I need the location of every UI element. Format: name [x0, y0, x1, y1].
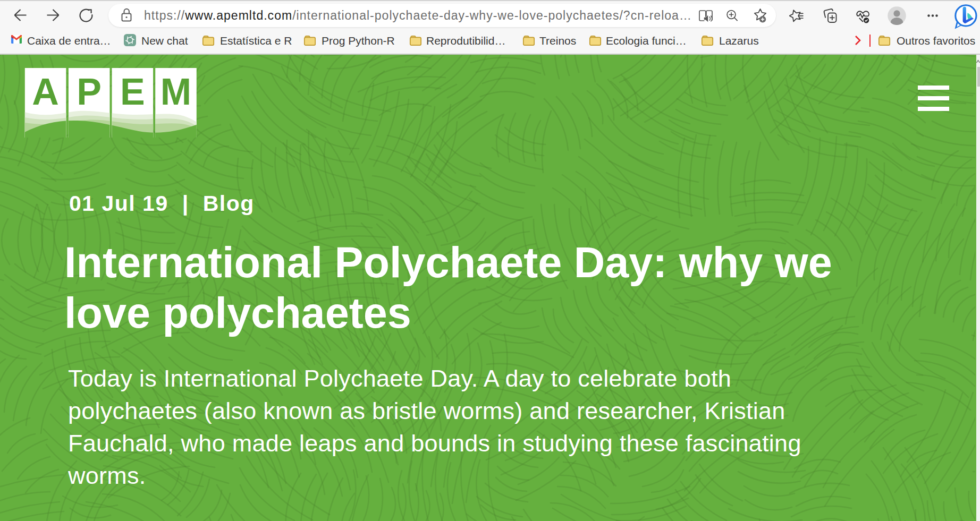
- svg-text:E: E: [120, 71, 145, 113]
- svg-text:M: M: [160, 71, 191, 113]
- svg-text:P: P: [77, 71, 102, 113]
- svg-text:A: A: [32, 71, 59, 113]
